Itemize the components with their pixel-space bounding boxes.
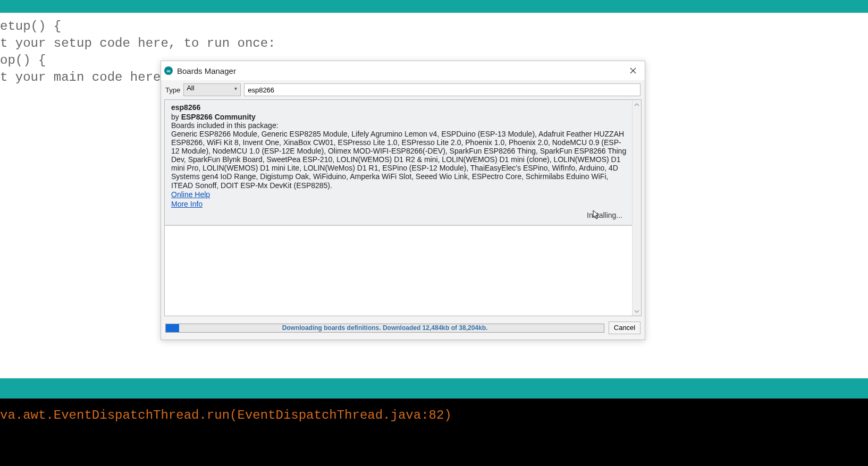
filter-row: Type All bbox=[161, 80, 645, 99]
cancel-button[interactable]: Cancel bbox=[609, 321, 641, 334]
dialog-title: Boards Manager bbox=[177, 66, 625, 75]
close-button[interactable] bbox=[625, 63, 642, 78]
package-author: ESP8266 Community bbox=[181, 113, 256, 121]
scroll-down-button[interactable] bbox=[633, 307, 641, 316]
package-card-esp8266[interactable]: esp8266 by ESP8266 Community Boards incl… bbox=[165, 100, 632, 226]
status-bar bbox=[0, 378, 868, 399]
installing-status: Installing... bbox=[171, 211, 627, 219]
package-list: esp8266 by ESP8266 Community Boards incl… bbox=[164, 99, 642, 316]
list-scrollbar[interactable] bbox=[632, 100, 641, 316]
more-info-link[interactable]: More Info bbox=[171, 200, 203, 208]
search-input[interactable] bbox=[244, 83, 641, 96]
boards-manager-dialog: ∞ Boards Manager Type All esp8266 by ESP… bbox=[161, 61, 645, 340]
arduino-icon: ∞ bbox=[164, 66, 173, 75]
package-name: esp8266 bbox=[171, 103, 627, 112]
chevron-down-icon bbox=[635, 310, 639, 313]
by-prefix: by bbox=[171, 113, 181, 121]
chevron-up-icon bbox=[635, 103, 639, 106]
code-line: t your setup code here, to run once: bbox=[0, 35, 868, 52]
progress-bar: Downloading boards definitions. Download… bbox=[165, 324, 604, 333]
console-line: va.awt.EventDispatchThread.run(EventDisp… bbox=[0, 408, 452, 422]
online-help-link[interactable]: Online Help bbox=[171, 190, 210, 199]
type-dropdown[interactable]: All bbox=[183, 83, 241, 96]
package-author-line: by ESP8266 Community bbox=[171, 113, 627, 121]
console-output: va.awt.EventDispatchThread.run(EventDisp… bbox=[0, 399, 868, 466]
code-line: etup() { bbox=[0, 18, 868, 35]
toolbar-top bbox=[0, 0, 868, 13]
type-value: All bbox=[187, 84, 194, 92]
boards-included-label: Boards included in this package: bbox=[171, 121, 627, 130]
scroll-up-button[interactable] bbox=[633, 100, 641, 109]
package-boards-list: Generic ESP8266 Module, Generic ESP8285 … bbox=[171, 130, 627, 190]
progress-text: Downloading boards definitions. Download… bbox=[166, 324, 604, 332]
mouse-cursor-icon bbox=[593, 210, 600, 222]
type-label: Type bbox=[165, 86, 180, 94]
progress-area: Downloading boards definitions. Download… bbox=[161, 316, 645, 340]
close-icon bbox=[630, 67, 636, 74]
dialog-titlebar[interactable]: ∞ Boards Manager bbox=[161, 61, 645, 80]
